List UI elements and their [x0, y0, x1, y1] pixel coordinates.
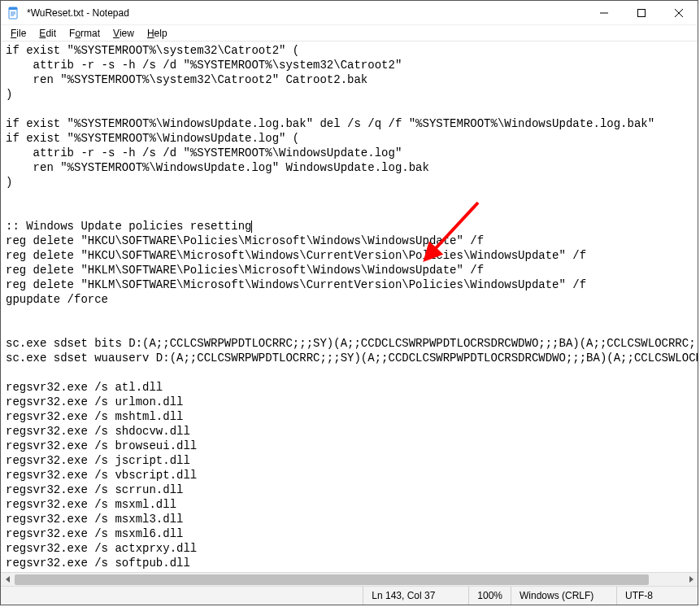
- editor-line[interactable]: ): [6, 87, 693, 102]
- editor-line[interactable]: regsvr32.exe /s jscript.dll: [6, 453, 693, 468]
- svg-marker-12: [689, 576, 693, 583]
- editor-line[interactable]: regsvr32.exe /s scrrun.dll: [6, 483, 693, 497]
- menu-help[interactable]: Help: [142, 27, 172, 40]
- status-zoom: 100%: [468, 587, 511, 605]
- editor-line[interactable]: sc.exe sdset bits D:(A;;CCLCSWRPWPDTLOCR…: [6, 336, 693, 351]
- editor-line[interactable]: regsvr32.exe /s shdocvw.dll: [6, 424, 693, 439]
- titlebar[interactable]: *WuReset.txt - Notepad: [1, 1, 698, 25]
- status-line-ending: Windows (CRLF): [511, 587, 616, 605]
- editor-line[interactable]: reg delete "HKCU\SOFTWARE\Policies\Micro…: [6, 234, 693, 248]
- editor-area: if exist "%SYSTEMROOT%\system32\Catroot2…: [1, 41, 698, 572]
- horizontal-scrollbar[interactable]: [1, 572, 698, 586]
- editor-line[interactable]: attrib -r -s -h /s /d "%SYSTEMROOT%\Wind…: [6, 146, 693, 160]
- menu-file[interactable]: File: [6, 27, 31, 40]
- editor-line[interactable]: [6, 321, 693, 336]
- notepad-app-icon: [7, 7, 20, 20]
- text-editor[interactable]: if exist "%SYSTEMROOT%\system32\Catroot2…: [1, 41, 698, 572]
- notepad-window: *WuReset.txt - Notepad File Edit Format …: [0, 0, 698, 605]
- editor-line[interactable]: [6, 190, 693, 204]
- editor-line[interactable]: regsvr32.exe /s vbscript.dll: [6, 468, 693, 483]
- svg-rect-6: [638, 9, 646, 16]
- scroll-right-icon[interactable]: [684, 573, 698, 587]
- menubar: File Edit Format View Help: [1, 25, 698, 41]
- minimize-button[interactable]: [585, 1, 623, 24]
- editor-line[interactable]: regsvr32.exe /s atl.dll: [6, 380, 693, 395]
- editor-line[interactable]: ren "%SYSTEMROOT%\system32\Catroot2" Cat…: [6, 72, 693, 87]
- editor-line[interactable]: reg delete "HKLM\SOFTWARE\Policies\Micro…: [6, 263, 693, 277]
- editor-line[interactable]: [6, 204, 693, 219]
- editor-line[interactable]: :: Windows Update policies resetting: [6, 219, 693, 234]
- editor-line[interactable]: regsvr32.exe /s actxprxy.dll: [6, 541, 693, 556]
- editor-line[interactable]: regsvr32.exe /s urlmon.dll: [6, 395, 693, 409]
- editor-line[interactable]: attrib -r -s -h /s /d "%SYSTEMROOT%\syst…: [6, 58, 693, 72]
- svg-marker-11: [6, 576, 10, 583]
- svg-rect-1: [9, 7, 17, 10]
- menu-view[interactable]: View: [108, 27, 139, 40]
- statusbar: Ln 143, Col 37 100% Windows (CRLF) UTF-8: [1, 586, 698, 605]
- scroll-left-icon[interactable]: [1, 573, 15, 587]
- menu-format[interactable]: Format: [64, 27, 105, 40]
- status-encoding: UTF-8: [616, 587, 698, 605]
- editor-line[interactable]: [6, 102, 693, 116]
- editor-line[interactable]: ): [6, 175, 693, 190]
- editor-line[interactable]: regsvr32.exe /s mshtml.dll: [6, 409, 693, 424]
- editor-line[interactable]: [6, 307, 693, 321]
- close-button[interactable]: [660, 1, 698, 24]
- editor-line[interactable]: sc.exe sdset wuauserv D:(A;;CCLCSWRPWPDT…: [6, 351, 693, 365]
- scroll-thumb[interactable]: [15, 574, 649, 585]
- editor-line[interactable]: if exist "%SYSTEMROOT%\WindowsUpdate.log…: [6, 131, 693, 146]
- editor-line[interactable]: if exist "%SYSTEMROOT%\system32\Catroot2…: [6, 43, 693, 58]
- scroll-track[interactable]: [15, 573, 684, 586]
- window-title: *WuReset.txt - Notepad: [27, 7, 129, 19]
- editor-line[interactable]: reg delete "HKLM\SOFTWARE\Microsoft\Wind…: [6, 277, 693, 292]
- editor-line[interactable]: if exist "%SYSTEMROOT%\WindowsUpdate.log…: [6, 116, 693, 131]
- editor-line[interactable]: gpupdate /force: [6, 292, 693, 307]
- menu-edit[interactable]: Edit: [34, 27, 61, 40]
- editor-line[interactable]: reg delete "HKCU\SOFTWARE\Microsoft\Wind…: [6, 248, 693, 263]
- window-controls: [585, 1, 698, 24]
- editor-line[interactable]: regsvr32.exe /s softpub.dll: [6, 556, 693, 570]
- editor-line[interactable]: ren "%SYSTEMROOT%\WindowsUpdate.log" Win…: [6, 160, 693, 175]
- text-caret: [251, 221, 252, 233]
- maximize-button[interactable]: [623, 1, 660, 24]
- editor-line[interactable]: regsvr32.exe /s msxml.dll: [6, 497, 693, 512]
- editor-line[interactable]: regsvr32.exe /s browseui.dll: [6, 439, 693, 453]
- editor-line[interactable]: regsvr32.exe /s msxml6.dll: [6, 526, 693, 541]
- editor-line[interactable]: regsvr32.exe /s msxml3.dll: [6, 512, 693, 526]
- editor-line[interactable]: [6, 365, 693, 380]
- status-position: Ln 143, Col 37: [363, 587, 468, 605]
